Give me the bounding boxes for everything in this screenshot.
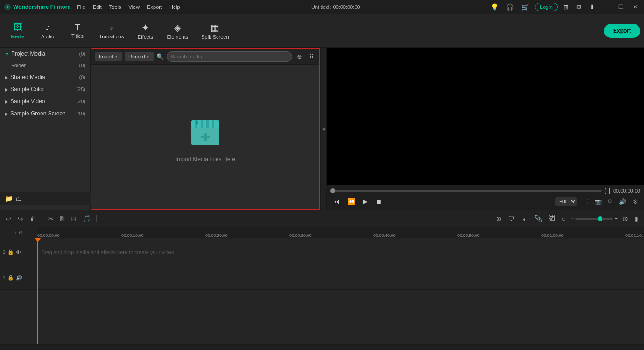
search-media-input[interactable]	[167, 51, 293, 62]
maximize-button[interactable]: ❐	[616, 3, 626, 11]
project-media-count: (0)	[79, 51, 85, 57]
minimize-button[interactable]: —	[601, 3, 612, 11]
sample-video-count: (20)	[76, 99, 85, 104]
menu-file[interactable]: File	[74, 3, 88, 11]
cut-button[interactable]: ✂	[46, 214, 56, 223]
ruler-mark-3: 00:00:30:00	[289, 233, 312, 238]
track-header-1: 1 🔒 👁	[0, 238, 37, 266]
add-folder-icon[interactable]: 📁	[5, 195, 13, 202]
pip-icon[interactable]: ⧉	[606, 197, 614, 206]
media-panel: Import ▼ Record ▼ 🔍 ⊛ ⠿	[91, 48, 320, 210]
toolbar-effects[interactable]: ✦ Effects	[131, 19, 159, 43]
layout-icon[interactable]: ⊞	[561, 2, 571, 12]
photo-icon[interactable]: 🖼	[547, 214, 557, 223]
export-button[interactable]: Export	[604, 24, 640, 38]
sample-video-chevron-icon: ▶	[5, 99, 8, 104]
close-button[interactable]: ✕	[630, 3, 640, 11]
fullscreen-icon[interactable]: ⛶	[580, 197, 589, 206]
audio-track-lock-icon[interactable]: 🔒	[7, 275, 14, 281]
sample-color-chevron-icon: ▶	[5, 87, 8, 92]
snap-icon[interactable]: ⊕	[494, 214, 504, 223]
panel-project-media[interactable]: ▼ Project Media (0)	[0, 48, 90, 60]
preview-scrubber[interactable]	[330, 190, 602, 192]
message-icon[interactable]: ✉	[574, 2, 584, 12]
toolbar-audio-label: Audio	[41, 34, 54, 39]
zoom-slider: − +	[570, 215, 618, 222]
menu-edit[interactable]: Edit	[90, 3, 105, 11]
login-button[interactable]: Login	[535, 3, 558, 11]
add-track-icon[interactable]: +	[14, 230, 17, 236]
media-content: Import Media Files Here	[91, 65, 319, 209]
track-eye-icon[interactable]: 👁	[16, 250, 21, 255]
ruler-mark-5: 00:00:50:00	[457, 233, 480, 238]
circle-icon[interactable]: ○	[560, 214, 567, 223]
zoom-out-icon[interactable]: −	[570, 215, 574, 222]
stop-button[interactable]: ⏹	[372, 197, 385, 206]
mic-icon[interactable]: 🎙	[519, 214, 530, 223]
redo-button[interactable]: ↪	[16, 214, 25, 223]
panel-sample-green-screen[interactable]: ▶ Sample Green Screen (10)	[0, 107, 90, 120]
track-settings-icon[interactable]: ⊛	[19, 229, 23, 236]
undo-button[interactable]: ↩	[4, 214, 13, 223]
copy-button[interactable]: ⎘	[58, 214, 66, 223]
menu-help[interactable]: Help	[167, 3, 183, 11]
toolbar-audio[interactable]: ♪ Audio	[34, 19, 62, 42]
clapper-icon	[187, 112, 224, 150]
cart-icon[interactable]: 🛒	[519, 2, 531, 12]
record-label: Record	[128, 54, 145, 59]
volume-icon[interactable]: 🔊	[617, 197, 628, 206]
menu-view[interactable]: View	[126, 3, 143, 11]
grid-view-icon[interactable]: ⠿	[307, 52, 315, 61]
svg-rect-6	[206, 120, 209, 128]
toolbar-transitions-label: Transitions	[99, 34, 124, 39]
lightbulb-icon[interactable]: 💡	[489, 2, 500, 12]
record-button[interactable]: Record ▼	[125, 52, 153, 61]
panel-folder[interactable]: Folder (0)	[0, 60, 90, 71]
shared-media-label: Shared Media	[10, 74, 45, 80]
zoom-track[interactable]	[575, 218, 613, 220]
remove-folder-icon[interactable]: 🗂	[15, 195, 22, 202]
sample-color-count: (25)	[76, 86, 85, 92]
track-lock-icon[interactable]: 🔒	[7, 249, 14, 255]
import-button[interactable]: Import ▼	[95, 52, 122, 61]
main-toolbar: 🖼 Media ♪ Audio T Titles ⬦ Transitions ✦…	[0, 14, 644, 48]
menu-export[interactable]: Export	[144, 3, 165, 11]
out-point-icon[interactable]: ]	[609, 187, 610, 194]
toolbar-media[interactable]: 🖼 Media	[4, 19, 32, 42]
collapse-arrow-icon: ▼	[5, 51, 9, 57]
panel-collapse-handle[interactable]: ◀	[320, 48, 327, 210]
svg-point-10	[196, 121, 198, 124]
toolbar-split-screen[interactable]: ▦ Split Screen	[196, 19, 234, 43]
toolbar-elements[interactable]: ◈ Elements	[161, 19, 194, 43]
ruler-mark-0: 00:00:00:00	[37, 233, 60, 238]
settings-icon[interactable]: ⚙	[631, 197, 640, 206]
clip-icon[interactable]: 📎	[532, 214, 544, 223]
play-pause-button[interactable]: ▶	[360, 197, 371, 206]
zoom-in-icon[interactable]: +	[615, 215, 618, 222]
audio-adjust-icon[interactable]: 🎵	[81, 214, 92, 223]
panel-sample-video[interactable]: ▶ Sample Video (20)	[0, 95, 90, 107]
headphone-icon[interactable]: 🎧	[504, 2, 516, 12]
add-marker-icon[interactable]: ⊕	[621, 214, 630, 223]
toolbar-titles[interactable]: T Titles	[63, 20, 91, 42]
toolbar-titles-label: Titles	[71, 33, 84, 39]
titlebar: Wondershare Filmora File Edit Tools View…	[0, 0, 644, 14]
panel-shared-media[interactable]: ▶ Shared Media (0)	[0, 71, 90, 83]
prev-frame-button[interactable]: ⏮	[330, 197, 343, 206]
delete-button[interactable]: 🗑	[28, 214, 38, 223]
download-icon[interactable]: ⬇	[588, 2, 597, 12]
snapshot-icon[interactable]: 📷	[592, 197, 603, 206]
timeline-scroll[interactable]	[0, 344, 644, 350]
crop-button[interactable]: ⊟	[69, 214, 78, 223]
step-back-button[interactable]: ⏪	[344, 197, 358, 206]
quality-selector[interactable]: Full	[555, 197, 577, 206]
shield-icon[interactable]: 🛡	[506, 214, 517, 223]
audio-track-volume-icon[interactable]: 🔊	[16, 275, 22, 281]
track-header-audio-1: 1 🔒 🔊	[0, 266, 37, 289]
filter-icon[interactable]: ⊛	[295, 52, 304, 61]
more-options-icon[interactable]: ▮	[633, 214, 640, 223]
toolbar-transitions[interactable]: ⬦ Transitions	[93, 19, 129, 42]
in-point-icon[interactable]: [	[604, 187, 606, 194]
menu-tools[interactable]: Tools	[106, 3, 124, 11]
panel-sample-color[interactable]: ▶ Sample Color (25)	[0, 83, 90, 95]
